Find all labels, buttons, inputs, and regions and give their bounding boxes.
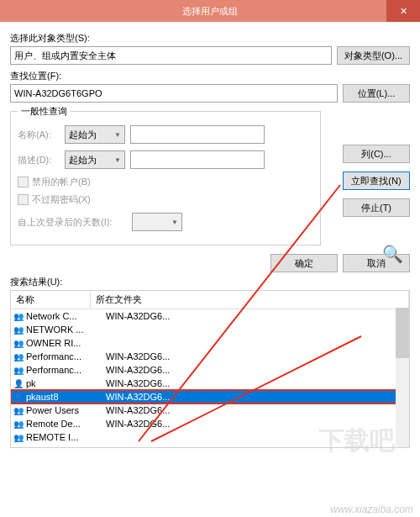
user-icon: 👥 (13, 337, 24, 349)
chevron-down-icon: ▼ (171, 219, 178, 226)
search-icon: 🔍 (382, 244, 403, 264)
days-since-label: 自上次登录后的天数(I): (18, 216, 127, 229)
user-icon: 👥 (13, 431, 24, 443)
result-name: Remote M... (26, 446, 106, 448)
result-row[interactable]: 👥Remote De...WIN-A32DG6... (11, 417, 409, 430)
result-row[interactable]: 👥OWNER RI... (11, 336, 409, 350)
result-row[interactable]: 👥Performanc...WIN-A32DG6... (11, 363, 409, 377)
results-body: 👥Network C...WIN-A32DG6...👥NETWORK ...👥O… (11, 309, 409, 448)
location-label: 查找位置(F): (10, 70, 410, 82)
user-icon: 👤 (13, 377, 24, 389)
window-title: 选择用户或组 (182, 5, 238, 18)
result-name: Power Users (26, 405, 106, 415)
result-row[interactable]: 👤pkaust8WIN-A32DG6... (11, 390, 409, 404)
result-folder: WIN-A32DG6... (106, 365, 407, 375)
side-buttons: 列(C)... 立即查找(N) 停止(T) (343, 145, 410, 217)
result-folder: WIN-A32DG6... (106, 378, 407, 388)
result-folder: WIN-A32DG6... (106, 446, 407, 448)
close-button[interactable]: ✕ (386, 0, 420, 22)
object-types-button[interactable]: 对象类型(O)... (337, 46, 410, 65)
object-type-label: 选择此对象类型(S): (10, 32, 410, 45)
chevron-down-icon: ▼ (114, 131, 121, 139)
scrollbar[interactable] (396, 308, 409, 447)
result-folder: WIN-A32DG6... (106, 405, 407, 415)
close-icon: ✕ (400, 6, 407, 17)
user-icon: 👥 (13, 445, 24, 448)
result-row[interactable]: 👥REMOTE I... (11, 430, 409, 444)
result-name: Performanc... (26, 365, 106, 375)
result-folder: WIN-A32DG6... (106, 392, 407, 402)
find-now-button[interactable]: 立即查找(N) (343, 171, 410, 190)
common-query-label: 一般性查询 (18, 105, 71, 118)
locations-button[interactable]: 位置(L)... (343, 84, 410, 103)
disabled-accounts-label: 禁用的帐户(B) (32, 176, 91, 188)
result-name: pkaust8 (26, 392, 106, 402)
result-name: Network C... (26, 311, 106, 321)
results-header: 名称 所在文件夹 (11, 291, 409, 309)
footer-text: www.xiazaiba.com (330, 504, 413, 515)
title-bar: 选择用户或组 ✕ (0, 0, 420, 22)
col-name-header[interactable]: 名称 (11, 291, 91, 309)
result-row[interactable]: 👥Network C...WIN-A32DG6... (11, 309, 409, 323)
result-folder: WIN-A32DG6... (106, 419, 407, 429)
dialog-content: 选择此对象类型(S): 对象类型(O)... 查找位置(F): 位置(L)...… (0, 22, 420, 455)
col-folder-header[interactable]: 所在文件夹 (91, 291, 409, 309)
disabled-accounts-checkbox[interactable] (18, 177, 29, 187)
user-icon: 👤 (13, 391, 24, 403)
desc-combo[interactable]: 起始为▼ (65, 150, 125, 169)
user-icon: 👥 (13, 418, 24, 430)
user-icon: 👥 (13, 324, 24, 335)
user-icon: 👥 (13, 364, 24, 376)
result-row[interactable]: 👥Remote M...WIN-A32DG6... (11, 444, 409, 448)
result-name: pk (26, 378, 106, 388)
user-icon: 👥 (13, 351, 24, 362)
desc-input[interactable] (130, 150, 265, 169)
days-combo[interactable]: ▼ (132, 213, 182, 231)
result-folder: WIN-A32DG6... (106, 351, 407, 361)
desc-label: 描述(D): (18, 154, 60, 166)
result-row[interactable]: 👥NETWORK ... (11, 323, 409, 336)
common-query-fieldset: 一般性查询 名称(A): 起始为▼ 描述(D): 起始为▼ 禁用的帐户(B) 不… (10, 111, 321, 245)
non-expiring-password-checkbox[interactable] (18, 194, 29, 205)
result-name: REMOTE I... (26, 432, 106, 442)
user-icon: 👥 (13, 310, 24, 322)
stop-button[interactable]: 停止(T) (343, 198, 410, 217)
ok-button[interactable]: 确定 (270, 254, 338, 272)
name-input[interactable] (130, 125, 265, 144)
result-row[interactable]: 👥Power UsersWIN-A32DG6... (11, 404, 409, 417)
result-name: Remote De... (26, 419, 106, 429)
non-expiring-password-label: 不过期密码(X) (32, 193, 91, 206)
search-results-label: 搜索结果(U): (10, 276, 410, 288)
name-label: 名称(A): (18, 129, 60, 141)
scroll-thumb[interactable] (396, 308, 409, 358)
result-name: OWNER RI... (26, 338, 106, 348)
result-folder: WIN-A32DG6... (106, 311, 407, 321)
chevron-down-icon: ▼ (114, 156, 121, 164)
result-row[interactable]: 👤pkWIN-A32DG6... (11, 377, 409, 390)
results-list: 名称 所在文件夹 👥Network C...WIN-A32DG6...👥NETW… (10, 290, 410, 448)
user-icon: 👥 (13, 404, 24, 416)
object-type-input[interactable] (10, 46, 332, 65)
result-row[interactable]: 👥Performanc...WIN-A32DG6... (11, 350, 409, 363)
columns-button[interactable]: 列(C)... (343, 145, 410, 163)
result-name: NETWORK ... (26, 324, 106, 335)
result-name: Performanc... (26, 351, 106, 361)
name-combo[interactable]: 起始为▼ (65, 125, 125, 144)
location-input[interactable] (10, 84, 338, 103)
